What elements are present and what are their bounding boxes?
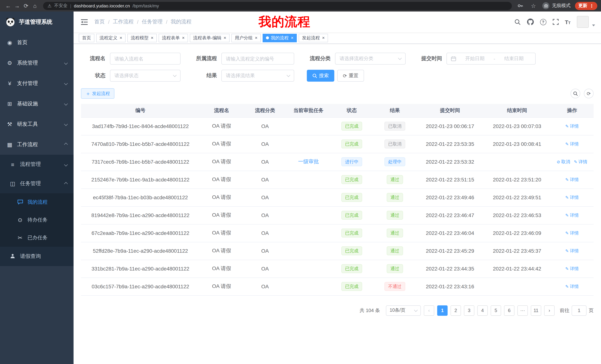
submit-time-range-picker[interactable]: 开始日期 - 结束日期 [446, 53, 536, 65]
tab-user-group[interactable]: 用户分组× [231, 34, 261, 42]
goto-label: 前往 [560, 307, 570, 314]
next-page-button[interactable]: › [544, 305, 555, 316]
category-select[interactable]: 请选择流程分类 [335, 53, 406, 65]
end-date-placeholder[interactable]: 结束日期 [497, 55, 531, 62]
chevron-down-icon [414, 308, 418, 312]
sidebar-item-process-management[interactable]: ≡ 流程管理 [0, 155, 74, 174]
toggle-search-button[interactable] [571, 89, 580, 98]
edit-icon: ✎ [565, 177, 569, 182]
detail-link[interactable]: ✎详情 [565, 212, 579, 219]
tab-process-definition[interactable]: 流程定义× [96, 34, 126, 42]
process-def-input[interactable] [221, 53, 294, 65]
tab-home[interactable]: 首页 [79, 34, 94, 42]
sidebar-item-home[interactable]: ◉ 首页 [0, 32, 74, 53]
app-logo: 芋道管理系统 [0, 11, 74, 32]
person-icon [9, 253, 16, 259]
goto-page-input[interactable] [572, 305, 587, 316]
more-pages-button[interactable]: ··· [517, 305, 528, 316]
address-bar[interactable]: ⚠ 不安全 | dashboard.yudao.iocoder.cn/bpm/t… [43, 2, 512, 10]
column-header-submit-time: 提交时间 [416, 104, 484, 117]
close-icon[interactable]: × [255, 36, 257, 40]
column-header-result: 结果 [373, 104, 416, 117]
detail-link[interactable]: ✎详情 [565, 230, 579, 236]
browser-back-icon[interactable]: ← [4, 1, 13, 10]
browser-forward-icon[interactable]: → [13, 1, 21, 10]
top-navbar: 首页 / 工作流程 / 任务管理 / 我的流程 我的流程 ? [74, 11, 601, 32]
tab-process-form-edit[interactable]: 流程表单-编辑× [190, 34, 230, 42]
sidebar-item-infrastructure[interactable]: ⊞ 基础设施 [0, 94, 74, 114]
cancel-link[interactable]: ⊘取消 [557, 159, 570, 165]
result-select[interactable]: 请选择流结果 [221, 70, 294, 82]
omnibox-divider: | [70, 3, 71, 8]
tab-process-model[interactable]: 流程模型× [127, 34, 157, 42]
page-button[interactable]: 5 [491, 305, 501, 316]
close-icon[interactable]: × [151, 36, 153, 40]
close-icon[interactable]: × [182, 36, 185, 40]
browser-update-button[interactable]: 更新 ⋮ [575, 2, 597, 10]
close-icon[interactable]: × [224, 36, 226, 40]
password-key-icon[interactable] [516, 1, 524, 10]
page-button[interactable]: 4 [477, 305, 488, 316]
page-button[interactable]: 6 [504, 305, 514, 316]
breadcrumb-task-management[interactable]: 任务管理 [142, 19, 163, 25]
column-header-end-time: 结束时间 [484, 104, 551, 117]
process-name-input[interactable] [110, 53, 180, 65]
detail-link[interactable]: ✎详情 [565, 266, 579, 272]
sidebar-item-devtools[interactable]: ⚒ 研发工具 [0, 114, 74, 134]
tab-process-form[interactable]: 流程表单× [159, 34, 188, 42]
page-content: 流程名 所属流程 流程分类 请选择流程分类 [74, 44, 601, 364]
breadcrumb-home[interactable]: 首页 [94, 19, 105, 25]
fullscreen-icon[interactable] [552, 19, 559, 25]
breadcrumb-workflow[interactable]: 工作流程 [113, 19, 134, 25]
close-icon[interactable]: × [291, 36, 293, 40]
tab-my-process[interactable]: 我的流程× [263, 34, 297, 42]
chevron-up-icon [64, 182, 68, 185]
bookmark-star-icon[interactable]: ☆ [529, 1, 538, 10]
tab-start-process[interactable]: 发起流程× [299, 34, 328, 42]
browser-home-icon[interactable]: ⌂ [30, 1, 39, 10]
sidebar-item-task-management[interactable]: ◫ 任务管理 [0, 174, 74, 193]
sidebar-item-done-tasks[interactable]: ✂ 已办任务 [0, 229, 74, 247]
page-button[interactable]: 11 [531, 305, 541, 316]
detail-link[interactable]: ✎详情 [565, 284, 579, 290]
start-date-placeholder[interactable]: 开始日期 [458, 55, 492, 62]
page-button[interactable]: 2 [451, 305, 461, 316]
reset-button[interactable]: ⟳ 重置 [337, 70, 364, 82]
sidebar-item-leave-query[interactable]: 请假查询 [0, 247, 74, 266]
github-icon[interactable] [527, 19, 534, 25]
workflow-submenu: ≡ 流程管理 ◫ 任务管理 我的流程 [0, 155, 74, 266]
page-button[interactable]: 1 [437, 305, 448, 316]
page-button[interactable]: 3 [464, 305, 474, 316]
column-header-id: 编号 [81, 104, 200, 117]
detail-link[interactable]: ✎详情 [565, 248, 579, 254]
sidebar-item-todo-tasks[interactable]: ⊙ 待办任务 [0, 211, 74, 229]
sidebar-item-my-process[interactable]: 我的流程 [0, 193, 74, 211]
prev-page-button[interactable]: ‹ [424, 305, 434, 316]
search-icon[interactable] [514, 19, 521, 25]
avatar-caret-icon[interactable] [592, 24, 595, 26]
sidebar-toggle-icon[interactable] [80, 18, 89, 26]
sidebar-item-system[interactable]: ⚙ 系统管理 [0, 53, 74, 73]
detail-link[interactable]: ✎详情 [565, 123, 579, 130]
kebab-menu-icon: ⋮ [590, 3, 594, 8]
sidebar-item-workflow[interactable]: ▦ 工作流程 [0, 134, 74, 155]
current-task-link[interactable]: 一级审批 [298, 158, 319, 164]
sidebar-item-payment[interactable]: ¥ 支付管理 [0, 73, 74, 94]
incognito-profile[interactable]: 无痕模式 [542, 2, 571, 9]
detail-link[interactable]: ✎详情 [565, 177, 579, 183]
status-select[interactable]: 请选择状态 [110, 70, 180, 82]
help-icon[interactable]: ? [540, 19, 546, 25]
start-process-button[interactable]: ＋ 发起流程 [81, 88, 114, 99]
detail-link[interactable]: ✎详情 [565, 141, 579, 147]
close-icon[interactable]: × [120, 36, 122, 40]
detail-link[interactable]: ✎详情 [565, 194, 579, 201]
close-icon[interactable]: × [322, 36, 325, 40]
browser-refresh-icon[interactable]: ⟳ [21, 1, 30, 10]
user-avatar[interactable] [577, 16, 589, 28]
font-size-icon[interactable]: TT [565, 19, 571, 25]
search-button[interactable]: 搜索 [307, 70, 334, 82]
page-size-select[interactable]: 10条/页 [386, 305, 421, 316]
application-window: ← → ⟳ ⌂ ⚠ 不安全 | dashboard.yudao.iocoder.… [0, 0, 601, 364]
refresh-table-button[interactable]: ⟳ [584, 89, 594, 98]
detail-link[interactable]: ✎详情 [574, 159, 587, 165]
